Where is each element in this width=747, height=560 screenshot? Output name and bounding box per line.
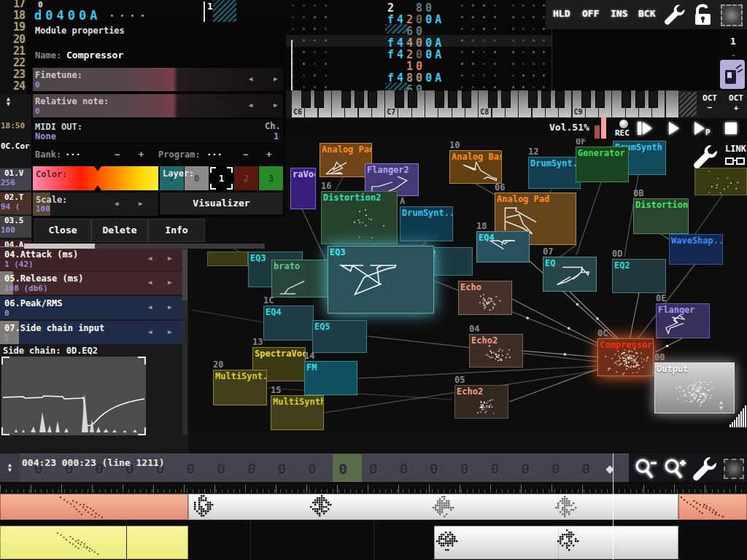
controller-row[interactable]: 07.Side chain input5◀▶ [0,321,182,344]
bank-dec-button[interactable]: − [115,150,120,159]
piano-black-key[interactable] [488,90,498,108]
module-box[interactable]: EQ4 [476,231,530,262]
piano-black-key[interactable] [649,90,658,108]
inc-arrow-icon[interactable]: ▶ [168,279,171,286]
pattern-clip[interactable] [434,526,678,559]
play-from-start-button[interactable] [635,119,655,138]
layer-cell[interactable]: 2 [234,166,258,190]
module-box[interactable]: DrumSynt..3 [400,206,453,241]
meter-scroll-icon[interactable]: ▲▼ [719,400,723,411]
zoom-out-icon[interactable] [632,456,658,481]
inc-arrow-icon[interactable]: ▶ [274,102,277,109]
piano-black-key[interactable] [435,90,444,108]
bank-value[interactable]: ... [65,148,81,157]
module-box[interactable]: MultiSynt..2 [213,370,267,405]
visualizer-button[interactable]: Visualizer [160,192,283,214]
piano-black-key[interactable] [501,90,511,108]
timeline-slot[interactable]: 0 [217,460,225,478]
module-box[interactable]: Echo [458,281,512,315]
timeline-slot[interactable]: 0 [551,460,560,478]
dialog-scrollbar[interactable] [24,244,265,249]
piano-black-key[interactable] [395,90,404,108]
module-box[interactable]: EQ4 [263,306,314,341]
scroll-updown-icon[interactable]: ▲▼ [7,96,10,106]
piano-black-key[interactable] [355,90,364,108]
back-button[interactable]: BCK [638,9,655,18]
timeline-slot[interactable]: 0 [399,460,408,478]
bank-inc-button[interactable]: + [139,150,144,159]
timeline-slot[interactable]: 0 [521,460,530,478]
inc-arrow-icon[interactable]: ▶ [274,76,277,82]
controllers-scrollbar[interactable] [182,248,187,435]
timeline-scroll-button[interactable]: ▲▼ [0,454,20,482]
stop-button[interactable] [722,120,740,137]
module-box[interactable]: Distortion [633,198,689,234]
selection-icon[interactable] [721,4,743,26]
dec-arrow-icon[interactable]: ◀ [249,76,252,82]
scale-inc-icon[interactable]: ▶ [139,201,142,207]
module-box[interactable]: Echo2 [469,334,523,368]
page-number[interactable]: 1 [730,36,736,46]
module-box[interactable]: FM [304,361,357,395]
lock-icon[interactable] [690,2,715,27]
volume-slider[interactable] [595,117,608,139]
module-box[interactable]: MultiSynth [271,395,324,430]
controller-row[interactable]: 04.Attack (ms)1 (42)◀▶ [0,246,182,271]
pattern-editor-center[interactable]: 2 80f4200A 60f4400Af4200A 10f4800A 60 [286,0,552,90]
piano-black-key[interactable] [635,90,645,108]
timeline-slot[interactable]: 0 [278,460,287,478]
glasses-icon[interactable] [724,156,746,166]
play-pattern-button[interactable]: P [692,119,715,138]
piano-black-key[interactable] [528,90,538,108]
module-box[interactable]: brato [271,260,336,298]
module-box[interactable]: raVoc [290,168,316,209]
piano-black-key[interactable] [301,90,311,108]
module-box[interactable]: EQ2 [612,259,666,293]
timeline-slot[interactable]: 0 [247,460,256,478]
piano-black-key[interactable] [368,90,377,108]
module-box[interactable]: Analog Bas [449,150,502,184]
module-box[interactable]: DrumSynt..2 [528,157,581,189]
relative-note-slider[interactable]: Relative note: 0 ◀ ▶ [33,94,283,117]
pattern-editor-left[interactable]: 0 d0400A 1 [26,0,286,23]
piano-black-key[interactable] [581,90,591,108]
dec-arrow-icon[interactable]: ◀ [249,102,252,109]
timeline-slot[interactable]: 0 [369,460,378,478]
controller-row[interactable]: 06.Peak/RMS0◀▶ [0,296,182,319]
midi-out-row[interactable]: MIDI OUT: None Ch. 1 [33,120,283,143]
program-dec-button[interactable]: − [243,150,248,159]
program-value[interactable]: ... [206,148,222,157]
close-button[interactable]: Close [34,219,91,242]
controller-row[interactable]: 05.Release (ms)108 (db6)◀▶ [0,271,182,295]
piano-black-key[interactable] [448,90,457,108]
pattern-block[interactable] [213,0,236,22]
info-button[interactable]: Info [148,219,205,242]
timeline-slot[interactable]: 0 [187,460,196,478]
module-box[interactable]: EQ [543,257,597,292]
piano-black-key[interactable] [555,90,565,108]
timeline-slot[interactable]: 0 [582,460,591,478]
inc-arrow-icon[interactable]: ▶ [168,328,171,335]
color-bar[interactable]: Color: [33,166,158,190]
inc-arrow-icon[interactable]: ▶ [168,254,171,262]
piano-keyboard[interactable]: C6C7C8C9 OCT− OCT+ [286,90,747,118]
scale-dec-icon[interactable]: ◀ [115,201,118,207]
timeline-slot[interactable]: 0 [491,460,500,478]
timeline-tracks[interactable] [0,493,747,560]
insert-button[interactable]: INS [611,9,627,18]
timeline-slot[interactable]: 0 [460,460,469,478]
piano-black-key[interactable] [341,90,351,108]
play-button[interactable] [665,119,684,138]
piano-black-key[interactable] [595,90,605,108]
piano-white-key[interactable] [666,90,678,117]
piano-black-key[interactable] [622,90,631,108]
piano-black-key[interactable] [541,90,551,108]
module-box[interactable] [207,252,248,266]
module-box[interactable]: Compressor [597,338,654,376]
dec-arrow-icon[interactable]: ◀ [148,303,152,311]
record-button[interactable]: REC [611,118,636,139]
delete-button[interactable]: Delete [91,219,148,242]
timeline-slot[interactable]: 0 [338,460,347,478]
pattern-cell-value[interactable]: 60 [387,83,425,90]
piano-black-key[interactable] [314,90,324,108]
